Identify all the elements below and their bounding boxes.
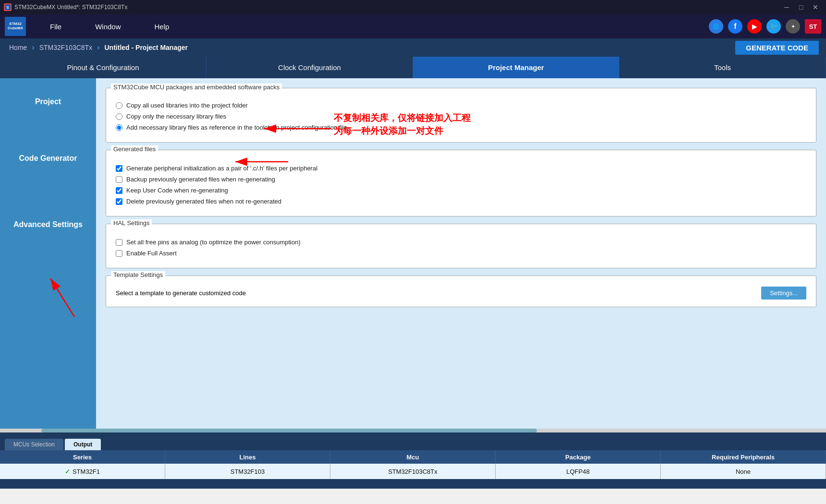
label-add-reference: Add necessary library files as reference… — [126, 124, 347, 131]
youtube-icon[interactable]: ▶ — [747, 19, 762, 34]
check-keep-user-code[interactable] — [116, 187, 122, 194]
sidebar-item-code-generator[interactable]: Code Generator — [0, 144, 96, 172]
cell-lines: STM32F103 — [165, 464, 330, 479]
breadcrumb-sep-2: › — [97, 43, 99, 52]
breadcrumb: Home › STM32F103C8Tx › Untitled - Projec… — [7, 43, 190, 52]
network-icon[interactable]: ✦ — [786, 19, 800, 34]
tab-clock[interactable]: Clock Configuration — [206, 57, 413, 78]
radio-copy-necessary[interactable] — [116, 113, 122, 120]
maximize-button[interactable]: □ — [794, 1, 808, 13]
col-peripherals: Required Peripherals — [661, 450, 826, 464]
cell-series: ✓ STM32F1 — [0, 464, 165, 479]
scroll-indicator[interactable] — [0, 429, 826, 432]
option-copy-necessary: Copy only the necessary library files — [116, 113, 806, 120]
check-full-assert[interactable] — [116, 250, 122, 257]
generated-files-title: Generated files — [111, 145, 158, 153]
check-free-pins[interactable] — [116, 239, 122, 246]
table-header: Series Lines Mcu Package Required Periph… — [0, 450, 826, 464]
cell-peripherals: None — [661, 464, 826, 479]
generated-files-section: Generated files Generate peripheral init… — [106, 150, 816, 216]
mcu-packages-group: STM32Cube MCU packages and embedded soft… — [106, 88, 816, 143]
app-icon: S — [4, 3, 12, 11]
option-full-assert: Enable Full Assert — [116, 250, 806, 257]
check-delete-generated[interactable] — [116, 198, 122, 205]
mcu-packages-title: STM32Cube MCU packages and embedded soft… — [111, 84, 282, 91]
close-button[interactable]: ✕ — [809, 1, 822, 13]
breadcrumb-home[interactable]: Home — [7, 43, 29, 52]
label-full-assert: Enable Full Assert — [126, 250, 177, 257]
breadcrumb-sep-1: › — [32, 43, 34, 52]
main-area: Project Code Generator Advanced Settings… — [0, 78, 826, 429]
twitter-icon[interactable]: 🐦 — [766, 19, 781, 34]
template-description: Select a template to generate customized… — [116, 289, 246, 297]
check-icon: ✓ — [65, 468, 71, 475]
option-add-reference: Add necessary library files as reference… — [116, 124, 806, 131]
hal-settings-title: HAL Settings — [111, 219, 152, 227]
option-delete-generated: Delete previously generated files when n… — [116, 198, 806, 205]
tab-bar: Pinout & Configuration Clock Configurati… — [0, 57, 826, 78]
minimize-button[interactable]: ─ — [780, 1, 793, 13]
tab-pinout[interactable]: Pinout & Configuration — [0, 57, 206, 78]
bottom-tab-bar: MCUs Selection Output — [0, 432, 826, 450]
hal-settings-section: HAL Settings Set all free pins as analog… — [106, 224, 816, 268]
sidebar-item-project[interactable]: Project — [0, 88, 96, 116]
label-gen-peripheral: Generate peripheral initialization as a … — [126, 165, 317, 172]
col-lines: Lines — [165, 450, 330, 464]
breadcrumb-project[interactable]: Untitled - Project Manager — [103, 43, 190, 52]
check-gen-peripheral[interactable] — [116, 165, 122, 172]
menu-file[interactable]: File — [45, 20, 66, 33]
tab-tools[interactable]: Tools — [620, 57, 826, 78]
tab-project-manager[interactable]: Project Manager — [413, 57, 620, 78]
label-delete-generated: Delete previously generated files when n… — [126, 198, 281, 205]
generate-code-button[interactable]: GENERATE CODE — [735, 41, 819, 55]
content-panel: STM32Cube MCU packages and embedded soft… — [96, 78, 826, 429]
menu-bar: STM32CubeMX File Window Help 🌐 f ▶ 🐦 ✦ S… — [0, 14, 826, 38]
label-free-pins: Set all free pins as analog (to optimize… — [126, 239, 301, 246]
svg-text:S: S — [6, 5, 9, 10]
menu-help[interactable]: Help — [150, 20, 174, 33]
col-mcu: Mcu — [330, 450, 496, 464]
radio-copy-all[interactable] — [116, 102, 122, 109]
label-backup-files: Backup previously generated files when r… — [126, 176, 275, 183]
cell-mcu: STM32F103C8Tx — [330, 464, 496, 479]
globe-icon[interactable]: 🌐 — [709, 19, 723, 34]
check-backup-files[interactable] — [116, 176, 122, 183]
option-copy-all: Copy all used libraries into the project… — [116, 102, 806, 109]
menu-window[interactable]: Window — [90, 20, 125, 33]
sidebar-item-advanced-settings[interactable]: Advanced Settings — [0, 211, 96, 239]
option-backup-files: Backup previously generated files when r… — [116, 176, 806, 183]
cell-package: LQFP48 — [496, 464, 661, 479]
tab-output[interactable]: Output — [65, 439, 101, 450]
label-keep-user-code: Keep User Code when re-generating — [126, 187, 228, 194]
settings-button[interactable]: Settings... — [761, 287, 806, 300]
sidebar: Project Code Generator Advanced Settings — [0, 78, 96, 429]
col-series: Series — [0, 450, 165, 464]
table-area: Series Lines Mcu Package Required Periph… — [0, 450, 826, 489]
generated-files-group: Generated files Generate peripheral init… — [106, 150, 816, 216]
mcu-packages-section: STM32Cube MCU packages and embedded soft… — [106, 88, 816, 143]
breadcrumb-bar: Home › STM32F103C8Tx › Untitled - Projec… — [0, 38, 826, 57]
title-bar: S STM32CubeMX Untitled*: STM32F103C8Tx ─… — [0, 0, 826, 14]
template-settings-title: Template Settings — [111, 271, 165, 278]
option-gen-peripheral: Generate peripheral initialization as a … — [116, 165, 806, 172]
template-settings-section: Template Settings Select a template to g… — [106, 276, 816, 307]
st-icon[interactable]: ST — [805, 19, 821, 34]
tab-mcu-selection[interactable]: MCUs Selection — [5, 439, 63, 450]
table-row[interactable]: ✓ STM32F1 STM32F103 STM32F103C8Tx LQFP48… — [0, 464, 826, 479]
col-package: Package — [496, 450, 661, 464]
label-copy-all: Copy all used libraries into the project… — [126, 102, 248, 109]
radio-add-reference[interactable] — [116, 124, 122, 131]
option-free-pins: Set all free pins as analog (to optimize… — [116, 239, 806, 246]
option-keep-user-code: Keep User Code when re-generating — [116, 187, 806, 194]
breadcrumb-mcu[interactable]: STM32F103C8Tx — [37, 43, 94, 52]
scroll-thumb — [41, 429, 537, 432]
app-logo: STM32CubeMX — [5, 17, 26, 36]
window-title: STM32CubeMX Untitled*: STM32F103C8Tx — [14, 4, 127, 11]
facebook-icon[interactable]: f — [728, 19, 742, 34]
label-copy-necessary: Copy only the necessary library files — [126, 113, 226, 120]
